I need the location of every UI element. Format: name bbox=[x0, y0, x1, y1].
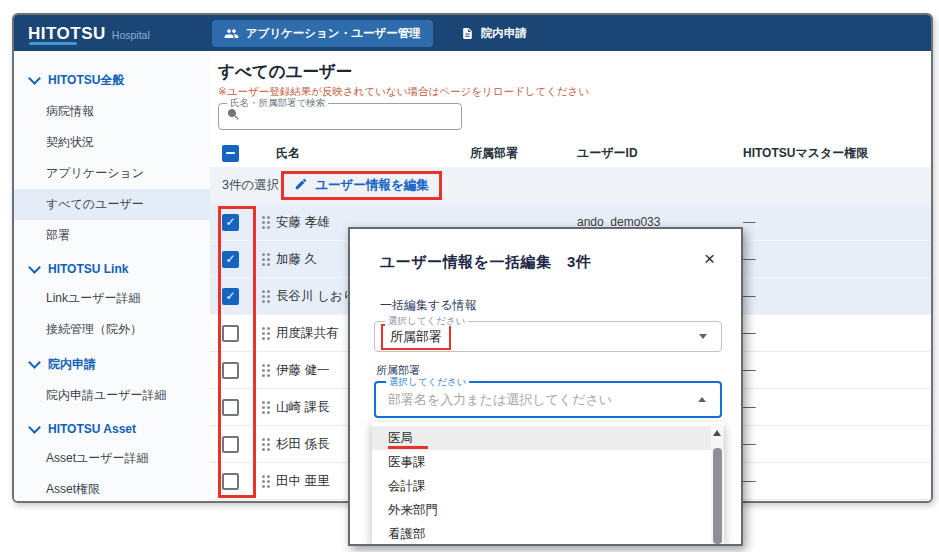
drag-indicator-icon[interactable] bbox=[262, 290, 265, 293]
tab-label: アプリケーション・ユーザー管理 bbox=[246, 26, 421, 41]
sidebar-section-hitotsu-asset[interactable]: HITOTSU Asset bbox=[14, 411, 210, 443]
drag-indicator-icon[interactable] bbox=[262, 475, 265, 478]
option-label: 会計課 bbox=[388, 479, 426, 493]
dropdown-option-ikyoku[interactable]: 医局 bbox=[372, 426, 724, 450]
sidebar-item-departments[interactable]: 部署 bbox=[14, 220, 210, 251]
annotation-box-checkbox-column bbox=[218, 206, 256, 498]
screenshot-canvas: HITOTSU Hospital アプリケーション・ユーザー管理 院内申請 HI… bbox=[0, 0, 939, 552]
cell-master-permission: — bbox=[743, 400, 931, 414]
selection-count: 3件の選択 bbox=[222, 177, 279, 194]
page-title: すべてのユーザー bbox=[218, 61, 352, 83]
sidebar-item-connection-management[interactable]: 接続管理（院外） bbox=[14, 314, 210, 345]
sidebar-item-link-user-detail[interactable]: Linkユーザー詳細 bbox=[14, 283, 210, 314]
edit-field-select[interactable]: 選択してください 所属部署 bbox=[374, 321, 722, 352]
sidebar-item-asset-permission[interactable]: Asset権限 bbox=[14, 474, 210, 503]
tab-label: 院内申請 bbox=[481, 26, 527, 41]
option-label: 外来部門 bbox=[388, 503, 438, 517]
bulk-edit-section-label: 一括編集する情報 bbox=[380, 297, 477, 314]
top-navbar: HITOTSU Hospital アプリケーション・ユーザー管理 院内申請 bbox=[14, 15, 931, 51]
scroll-up-arrow-icon bbox=[713, 430, 721, 436]
logo-underline bbox=[29, 42, 77, 45]
department-dropdown-list: 医局 医事課 会計課 外来部門 看護部 bbox=[372, 422, 724, 544]
sidebar-item-in-hospital-user-detail[interactable]: 院内申請ユーザー詳細 bbox=[14, 380, 210, 411]
document-icon bbox=[461, 27, 474, 40]
dropdown-caret-up-icon bbox=[698, 397, 706, 402]
tab-in-hospital-application[interactable]: 院内申請 bbox=[449, 20, 539, 47]
close-icon[interactable]: × bbox=[704, 249, 715, 268]
column-header-user-id: ユーザーID bbox=[577, 145, 743, 162]
column-header-master-permission: HITOTSUマスター権限 bbox=[743, 145, 931, 162]
dropdown-option-ijika[interactable]: 医事課 bbox=[372, 450, 724, 474]
selection-toolbar: 3件の選択 ユーザー情報を編集 bbox=[210, 167, 931, 204]
annotation-box-edit-link: ユーザー情報を編集 bbox=[281, 171, 441, 200]
search-field-label: 氏名・所属部署で検索 bbox=[227, 98, 328, 108]
sidebar-item-hospital-info[interactable]: 病院情報 bbox=[14, 96, 210, 127]
sidebar-item-asset-user-detail[interactable]: Assetユーザー詳細 bbox=[14, 443, 210, 474]
dropdown-option-kaikeika[interactable]: 会計課 bbox=[372, 474, 724, 498]
sidebar: HITOTSU全般 病院情報 契約状況 アプリケーション すべてのユーザー 部署… bbox=[14, 51, 210, 501]
search-icon bbox=[226, 107, 241, 126]
brand-logo[interactable]: HITOTSU Hospital bbox=[28, 25, 150, 42]
scrollbar-thumb[interactable] bbox=[713, 448, 722, 544]
chevron-down-icon bbox=[28, 421, 41, 434]
cell-master-permission: — bbox=[743, 215, 931, 229]
edit-user-info-link[interactable]: ユーザー情報を編集 bbox=[315, 177, 428, 194]
pencil-icon bbox=[294, 177, 308, 194]
chevron-down-icon bbox=[28, 261, 41, 274]
drag-indicator-icon[interactable] bbox=[262, 327, 265, 330]
drag-indicator-icon[interactable] bbox=[262, 253, 265, 256]
cell-master-permission: — bbox=[743, 437, 931, 451]
table-header-row: 氏名 所属部署 ユーザーID HITOTSUマスター権限 bbox=[210, 139, 931, 168]
dropdown-scrollbar[interactable] bbox=[711, 424, 723, 544]
option-label: 看護部 bbox=[388, 527, 426, 541]
cell-master-permission: — bbox=[743, 252, 931, 266]
drag-indicator-icon[interactable] bbox=[262, 364, 265, 367]
bulk-edit-modal: ユーザー情報を一括編集 3件 × 一括編集する情報 選択してください 所属部署 … bbox=[348, 227, 743, 546]
annotation-underline bbox=[388, 446, 428, 449]
sidebar-section-hitotsu-link[interactable]: HITOTSU Link bbox=[14, 251, 210, 283]
department-combobox-placeholder: 部署名を入力または選択してください bbox=[388, 391, 612, 409]
select-all-checkbox[interactable] bbox=[222, 145, 239, 162]
dropdown-option-gairai[interactable]: 外来部門 bbox=[372, 498, 724, 522]
column-header-department: 所属部署 bbox=[470, 145, 577, 162]
department-combobox-label: 選択してください bbox=[386, 376, 469, 387]
department-combobox[interactable]: 選択してください 部署名を入力または選択してください bbox=[374, 381, 722, 418]
cell-master-permission: — bbox=[743, 474, 931, 488]
sidebar-item-all-users[interactable]: すべてのユーザー bbox=[14, 189, 210, 220]
edit-field-select-label: 選択してください bbox=[385, 315, 468, 326]
search-input[interactable] bbox=[246, 106, 461, 128]
section-label: HITOTSU Link bbox=[48, 262, 128, 276]
logo-text: HITOTSU bbox=[28, 25, 106, 42]
sidebar-section-hitotsu-general[interactable]: HITOTSU全般 bbox=[14, 61, 210, 96]
cell-master-permission: — bbox=[743, 363, 931, 377]
modal-title: ユーザー情報を一括編集 3件 bbox=[380, 253, 591, 272]
sidebar-section-in-hospital-application[interactable]: 院内申請 bbox=[14, 345, 210, 380]
navbar-tabs: アプリケーション・ユーザー管理 院内申請 bbox=[212, 20, 539, 47]
people-icon bbox=[224, 26, 239, 41]
search-field[interactable]: 氏名・所属部署で検索 bbox=[218, 103, 462, 130]
drag-indicator-icon[interactable] bbox=[262, 401, 265, 404]
chevron-down-icon bbox=[28, 72, 41, 85]
cell-master-permission: — bbox=[743, 326, 931, 340]
option-label: 医事課 bbox=[388, 455, 426, 469]
tab-app-user-management[interactable]: アプリケーション・ユーザー管理 bbox=[212, 20, 433, 47]
dropdown-caret-down-icon bbox=[699, 334, 707, 339]
section-label: HITOTSU Asset bbox=[48, 422, 136, 436]
sidebar-item-contract-status[interactable]: 契約状況 bbox=[14, 127, 210, 158]
logo-suffix: Hospital bbox=[112, 29, 150, 41]
drag-indicator-icon[interactable] bbox=[262, 216, 265, 219]
option-label: 医局 bbox=[388, 431, 413, 445]
chevron-down-icon bbox=[28, 356, 41, 369]
section-label: 院内申請 bbox=[48, 356, 96, 373]
sidebar-item-applications[interactable]: アプリケーション bbox=[14, 158, 210, 189]
section-label: HITOTSU全般 bbox=[48, 72, 124, 89]
column-header-name: 氏名 bbox=[276, 145, 470, 162]
dropdown-option-kangobu[interactable]: 看護部 bbox=[372, 522, 724, 546]
drag-indicator-icon[interactable] bbox=[262, 438, 265, 441]
annotation-box-selected-value: 所属部署 bbox=[381, 324, 451, 350]
cell-master-permission: — bbox=[743, 289, 931, 303]
